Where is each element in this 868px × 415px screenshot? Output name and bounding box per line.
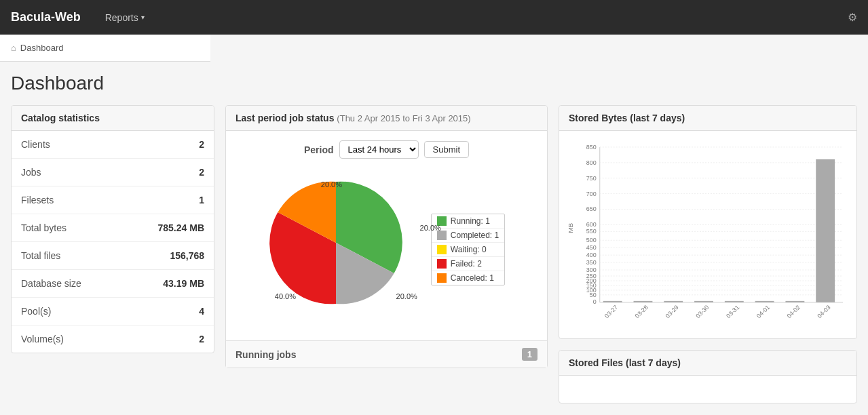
navbar: Bacula-Web Reports ▾ ⚙ (0, 0, 868, 35)
legend-canceled: Canceled: 1 (432, 271, 504, 285)
svg-text:600: 600 (586, 221, 597, 228)
bar-03-27 (603, 301, 622, 302)
stat-label: Database size (21, 278, 81, 289)
bar-03-31 (725, 301, 744, 302)
svg-text:700: 700 (586, 191, 597, 197)
stat-label: Filesets (21, 195, 54, 205)
svg-text:550: 550 (586, 228, 597, 235)
stat-label: Clients (21, 139, 50, 150)
legend-label-completed: Completed: 1 (451, 231, 499, 240)
svg-text:750: 750 (586, 175, 597, 182)
stat-value: 2 (199, 334, 204, 344)
svg-text:800: 800 (586, 159, 597, 166)
legend-label-canceled: Canceled: 1 (451, 273, 494, 283)
page-title: Dashboard (11, 73, 857, 94)
stored-files-panel: Stored Files (last 7 days) (559, 350, 857, 403)
svg-text:450: 450 (586, 244, 597, 251)
period-row: Period Last 24 hours Last 48 hours Last … (235, 140, 537, 159)
breadcrumb-bar: ⌂ Dashboard (0, 35, 210, 62)
svg-text:50: 50 (590, 292, 597, 298)
stat-value: 785.24 MB (158, 222, 204, 233)
svg-text:04-02: 04-02 (786, 304, 801, 319)
gear-button[interactable]: ⚙ (848, 11, 857, 24)
bar-03-29 (664, 301, 683, 302)
page-content: Dashboard Catalog statistics Clients 2 J… (0, 62, 868, 414)
legend-completed: Completed: 1 (432, 229, 504, 243)
label-canceled-right: 20.0% (396, 292, 417, 300)
catalog-stat-row: Volume(s) 2 (12, 325, 214, 353)
legend-running: Running: 1 (432, 214, 504, 229)
stat-label: Total bytes (21, 222, 67, 233)
svg-text:400: 400 (586, 252, 597, 258)
bar-03-30 (694, 301, 713, 302)
stored-bytes-body: MB 850 800 750 700 650 600 (559, 131, 856, 338)
reports-label: Reports (105, 12, 138, 23)
dashboard-grid: Catalog statistics Clients 2 Jobs 2 File… (11, 105, 857, 403)
stored-files-body (559, 376, 856, 403)
stat-label: Volume(s) (21, 334, 64, 344)
legend-color-failed (437, 259, 447, 269)
svg-text:04-03: 04-03 (816, 304, 831, 319)
right-panels: Stored Bytes (last 7 days) MB 850 800 (559, 105, 857, 403)
svg-text:350: 350 (586, 259, 597, 266)
submit-button[interactable]: Submit (424, 141, 469, 158)
reports-menu[interactable]: Reports ▾ (97, 0, 153, 35)
svg-text:03-28: 03-28 (634, 304, 649, 319)
job-status-title: Last period job status (235, 113, 334, 123)
brand-logo: Bacula-Web (11, 10, 81, 24)
breadcrumb: ⌂ Dashboard (11, 43, 63, 53)
catalog-stat-row: Pool(s) 4 (12, 298, 214, 325)
stat-value: 156,768 (170, 250, 204, 261)
catalog-stat-row: Filesets 1 (12, 186, 214, 214)
svg-text:03-29: 03-29 (664, 304, 680, 319)
period-label: Period (304, 144, 334, 155)
running-jobs-badge: 1 (522, 348, 537, 361)
stored-bytes-panel: Stored Bytes (last 7 days) MB 850 800 (559, 105, 857, 339)
svg-text:03-30: 03-30 (694, 304, 710, 319)
catalog-stats-list: Clients 2 Jobs 2 Filesets 1 Total bytes … (12, 131, 214, 353)
bar-04-03 (816, 159, 835, 302)
svg-text:850: 850 (586, 144, 597, 151)
catalog-stat-row: Database size 43.19 MB (12, 270, 214, 298)
svg-text:03-31: 03-31 (725, 304, 740, 319)
svg-text:0: 0 (593, 298, 597, 305)
stored-files-header: Stored Files (last 7 days) (559, 351, 856, 376)
job-status-header: Last period job status (Thu 2 Apr 2015 t… (226, 106, 547, 131)
stat-value: 43.19 MB (163, 278, 204, 289)
legend-waiting: Waiting: 0 (432, 243, 504, 257)
job-status-body: Period Last 24 hours Last 48 hours Last … (226, 131, 547, 340)
catalog-stat-row: Total bytes 785.24 MB (12, 214, 214, 242)
svg-text:500: 500 (586, 237, 597, 243)
catalog-panel: Catalog statistics Clients 2 Jobs 2 File… (11, 105, 214, 353)
legend-failed: Failed: 2 (432, 257, 504, 271)
home-icon[interactable]: ⌂ (11, 43, 16, 53)
stat-label: Jobs (21, 167, 41, 178)
stored-bytes-header: Stored Bytes (last 7 days) (559, 106, 856, 131)
bar-03-28 (634, 301, 653, 302)
running-jobs-label: Running jobs (235, 349, 296, 360)
navbar-left: Bacula-Web Reports ▾ (11, 0, 153, 35)
label-failed-bottom: 40.0% (275, 292, 296, 300)
legend-table: Running: 1 Completed: 1 Waiting: 0 (431, 214, 505, 285)
catalog-stat-row: Total files 156,768 (12, 242, 214, 270)
pie-legend: Running: 1 Completed: 1 Waiting: 0 (431, 214, 505, 285)
stat-label: Pool(s) (21, 306, 51, 317)
svg-text:03-27: 03-27 (603, 304, 619, 319)
legend-color-waiting (437, 245, 447, 254)
breadcrumb-label[interactable]: Dashboard (20, 43, 64, 53)
y-axis-label: MB (567, 223, 574, 233)
period-select[interactable]: Last 24 hours Last 48 hours Last week La… (339, 140, 419, 159)
legend-color-completed (437, 231, 447, 240)
legend-label-failed: Failed: 2 (451, 259, 482, 269)
job-status-subtitle: (Thu 2 Apr 2015 to Fri 3 Apr 2015) (337, 113, 470, 123)
pie-chart-svg (268, 175, 404, 311)
svg-text:650: 650 (586, 205, 597, 212)
label-completed-right: 20.0% (420, 224, 441, 232)
legend-label-waiting: Waiting: 0 (451, 245, 487, 254)
stat-value: 4 (199, 306, 204, 317)
caret-icon: ▾ (141, 14, 145, 21)
legend-color-canceled (437, 273, 447, 283)
legend-label-running: Running: 1 (451, 216, 490, 226)
bar-04-02 (785, 301, 804, 302)
label-running-top: 20.0% (321, 180, 342, 189)
